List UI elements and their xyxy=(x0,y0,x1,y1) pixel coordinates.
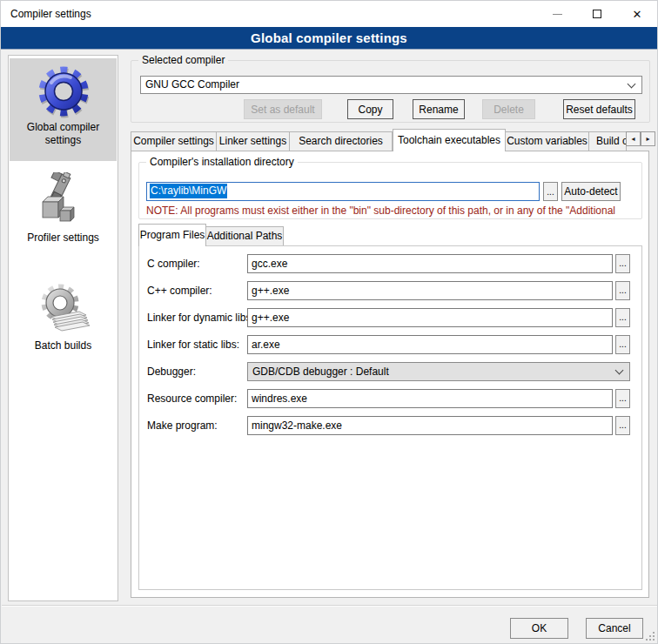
sidebar-item-label: Profiler settings xyxy=(10,231,117,245)
installation-directory-input[interactable]: C:\raylib\MinGW xyxy=(146,182,540,201)
program-files-panel: C compiler: ... C++ compiler: ... Linker… xyxy=(138,245,642,590)
resize-grip[interactable] xyxy=(646,632,655,641)
sidebar-item-label: Batch builds xyxy=(10,339,117,352)
settings-category-list: Global compiler settings Profiler settin… xyxy=(8,55,118,601)
debugger-select[interactable]: GDB/CDB debugger : Default xyxy=(247,362,630,381)
field-label: Make program: xyxy=(147,419,218,432)
minimize-button[interactable] xyxy=(539,1,575,27)
chevron-down-icon xyxy=(628,80,636,89)
tab-custom-variables[interactable]: Custom variables xyxy=(506,131,589,151)
browse-cpp-compiler-button[interactable]: ... xyxy=(615,281,630,300)
tab-scroll-left-button[interactable]: ◂ xyxy=(626,131,641,146)
compiler-select-value: GNU GCC Compiler xyxy=(145,78,239,91)
maximize-button[interactable] xyxy=(579,1,615,27)
field-label: Debugger: xyxy=(147,366,196,378)
chevron-down-icon xyxy=(615,366,624,375)
cpp-compiler-input[interactable] xyxy=(247,281,613,300)
toolchain-executables-page: Compiler's installation directory C:\ray… xyxy=(131,151,649,598)
tab-linker-settings[interactable]: Linker settings xyxy=(217,131,290,151)
banner-title: Global compiler settings xyxy=(251,30,407,45)
cancel-button[interactable]: Cancel xyxy=(586,618,643,639)
make-program-input[interactable] xyxy=(247,416,613,435)
maximize-icon xyxy=(593,10,601,18)
field-row-static-linker: Linker for static libs: ... xyxy=(139,335,641,354)
browse-dynamic-linker-button[interactable]: ... xyxy=(615,308,630,327)
window-title: Compiler settings xyxy=(10,8,91,20)
subtab-program-files[interactable]: Program Files xyxy=(138,224,206,246)
selected-compiler-group: Selected compiler GNU GCC Compiler Set a… xyxy=(131,60,650,123)
arrow-left-icon: ◂ xyxy=(631,135,634,143)
compiler-settings-dialog: Compiler settings ✕ Global compiler sett… xyxy=(0,0,658,644)
gray-gear-stack-icon xyxy=(36,280,91,336)
field-row-resource-compiler: Resource compiler: ... xyxy=(139,389,641,408)
installation-directory-value: C:\raylib\MinGW xyxy=(150,184,227,198)
static-linker-input[interactable] xyxy=(247,335,613,354)
c-compiler-input[interactable] xyxy=(247,254,613,273)
resource-compiler-input[interactable] xyxy=(247,389,613,408)
field-row-c-compiler: C compiler: ... xyxy=(139,254,641,273)
dialog-banner: Global compiler settings xyxy=(1,27,657,50)
sidebar-item-profiler-settings[interactable]: Profiler settings xyxy=(10,167,117,254)
ok-button[interactable]: OK xyxy=(510,618,568,639)
browse-resource-compiler-button[interactable]: ... xyxy=(615,389,630,408)
caliper-icon xyxy=(36,172,91,228)
field-label: Resource compiler: xyxy=(147,392,237,405)
titlebar[interactable]: Compiler settings ✕ xyxy=(1,1,657,27)
main-tabstrip: Compiler settings Linker settings Search… xyxy=(131,129,627,151)
field-label: C compiler: xyxy=(147,258,200,270)
field-row-dynamic-linker: Linker for dynamic libs: ... xyxy=(139,308,641,327)
field-row-make-program: Make program: ... xyxy=(139,416,641,435)
reset-defaults-button[interactable]: Reset defaults xyxy=(563,99,635,119)
tab-build-options[interactable]: Build options xyxy=(589,131,627,151)
installation-directory-group: Compiler's installation directory C:\ray… xyxy=(138,162,642,219)
browse-c-compiler-button[interactable]: ... xyxy=(615,254,630,273)
field-row-cpp-compiler: C++ compiler: ... xyxy=(139,281,641,300)
sidebar-item-label: Global compiler settings xyxy=(22,121,105,147)
note-text: NOTE: All programs must exist either in … xyxy=(146,205,639,217)
close-icon: ✕ xyxy=(633,9,642,20)
field-label: Linker for static libs: xyxy=(147,339,239,351)
field-row-debugger: Debugger: GDB/CDB debugger : Default xyxy=(139,362,641,381)
field-label: C++ compiler: xyxy=(147,285,212,297)
delete-button[interactable]: Delete xyxy=(482,99,535,119)
browse-make-program-button[interactable]: ... xyxy=(615,416,630,435)
set-as-default-button[interactable]: Set as default xyxy=(244,99,322,119)
browse-directory-button[interactable]: ... xyxy=(543,182,558,201)
browse-static-linker-button[interactable]: ... xyxy=(615,335,630,354)
copy-button[interactable]: Copy xyxy=(347,99,393,119)
dynamic-linker-input[interactable] xyxy=(247,308,613,327)
blue-gear-icon xyxy=(36,64,91,119)
tab-toolchain-executables[interactable]: Toolchain executables xyxy=(393,129,506,151)
arrow-right-icon: ▸ xyxy=(646,135,649,143)
field-label: Linker for dynamic libs: xyxy=(147,312,254,324)
compiler-select[interactable]: GNU GCC Compiler xyxy=(140,76,642,94)
subtab-additional-paths[interactable]: Additional Paths xyxy=(206,226,284,245)
tab-search-directories[interactable]: Search directories xyxy=(290,131,393,151)
installation-directory-group-label: Compiler's installation directory xyxy=(146,156,298,168)
debugger-select-value: GDB/CDB debugger : Default xyxy=(252,366,389,378)
sidebar-item-batch-builds[interactable]: Batch builds xyxy=(10,275,117,364)
auto-detect-button[interactable]: Auto-detect xyxy=(561,182,621,201)
minimize-icon xyxy=(553,14,562,15)
rename-button[interactable]: Rename xyxy=(413,99,465,119)
selected-compiler-group-label: Selected compiler xyxy=(138,54,228,66)
footer-divider xyxy=(2,605,658,607)
tab-scroll-right-button[interactable]: ▸ xyxy=(641,131,655,146)
tab-compiler-settings[interactable]: Compiler settings xyxy=(131,131,217,151)
sidebar-item-global-compiler-settings[interactable]: Global compiler settings xyxy=(10,58,117,161)
program-files-tabstrip: Program Files Additional Paths xyxy=(138,225,284,245)
close-button[interactable]: ✕ xyxy=(619,1,655,27)
